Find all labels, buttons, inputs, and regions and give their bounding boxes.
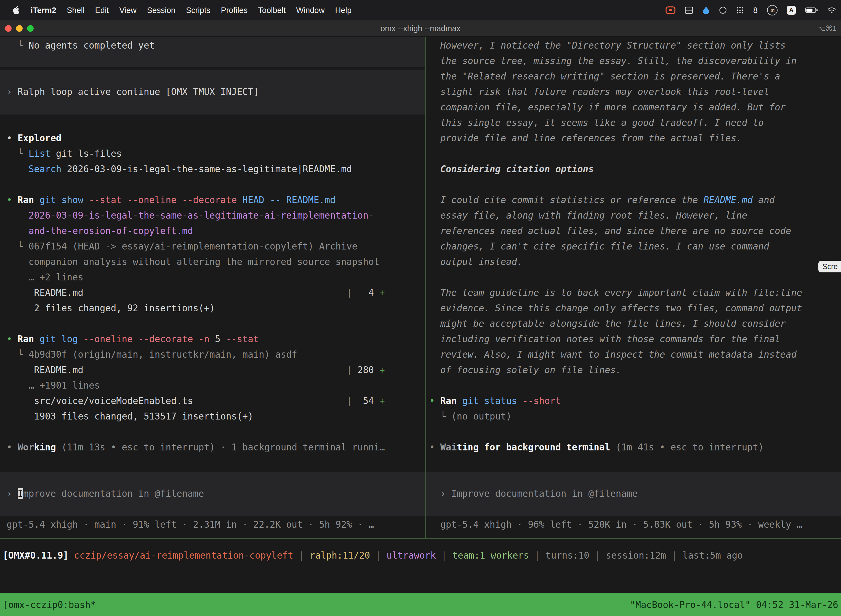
terminal-line: the "Related research writing" section i…	[429, 69, 841, 84]
terminal: └ No agents completed yet› Ralph loop ac…	[0, 37, 841, 616]
text-fragment: session:12m	[606, 550, 666, 561]
close-button[interactable]	[5, 25, 12, 32]
terminal-line: README.md | 280 +	[7, 362, 425, 378]
text-fragment: └	[7, 148, 28, 159]
droplet-icon[interactable]	[702, 6, 710, 14]
screen-share-tooltip[interactable]: Scre	[818, 261, 841, 273]
text-fragment: HEAD -- README.md	[237, 195, 336, 205]
input-source-icon[interactable]: A	[787, 6, 796, 15]
text-fragment: mprove documentation in @filename	[23, 488, 204, 499]
tmux-pane-right[interactable]: However, I noticed the "Directory Struct…	[426, 37, 841, 538]
text-fragment: provide file and line references from th…	[429, 133, 742, 144]
tmux-pane-left[interactable]: └ No agents completed yet› Ralph loop ac…	[0, 37, 425, 538]
gauge-icon[interactable]: .61	[767, 5, 778, 15]
menu-item-view[interactable]: View	[114, 6, 142, 15]
text-fragment: 54	[352, 396, 379, 406]
text-fragment: |	[347, 365, 352, 375]
apple-menu[interactable]	[7, 6, 25, 14]
text-fragment: •	[7, 133, 18, 144]
terminal-line: slight risk that future readers may over…	[429, 84, 841, 100]
terminal-line	[7, 424, 425, 440]
terminal-line: └ 4b9d30f (origin/main, instructkr/main,…	[7, 347, 425, 362]
text-fragment: •	[7, 195, 18, 205]
terminal-output-left: └ No agents completed yet› Ralph loop ac…	[0, 37, 425, 532]
menu-item-iterm2[interactable]: iTerm2	[25, 6, 62, 15]
app-icon-8[interactable]: 8	[753, 6, 757, 15]
terminal-line: 2026-03-09-is-legal-the-same-as-legitima…	[7, 208, 425, 223]
text-fragment: Wor	[18, 442, 34, 453]
wifi-icon[interactable]	[827, 7, 836, 13]
terminal-output-right: However, I noticed the "Directory Struct…	[426, 37, 841, 532]
terminal-line	[7, 53, 425, 69]
window-shortcut: ⌥⌘1	[817, 24, 837, 33]
pane-bottom-border	[0, 538, 841, 539]
text-fragment: the source tree, missing the essay. Stil…	[429, 56, 797, 66]
screen-recording-indicator-icon[interactable]	[665, 6, 675, 14]
text-fragment: companion analysis without altering the …	[7, 257, 379, 267]
menu-item-toolbelt[interactable]: Toolbelt	[253, 6, 291, 15]
text-fragment: the "Related research writing" section i…	[429, 71, 780, 82]
text-fragment: [OMX#0.11.9]	[3, 550, 74, 561]
text-fragment: evidence. Since this change only affects…	[429, 303, 802, 314]
text-fragment: references need actual files, and since …	[429, 226, 791, 236]
terminal-line: references need actual files, and since …	[429, 223, 841, 239]
terminal-line	[429, 502, 841, 517]
terminal-line	[429, 146, 841, 161]
menu-item-profiles[interactable]: Profiles	[216, 6, 253, 15]
text-fragment: 2 files changed, 92 insertions(+)	[7, 303, 215, 314]
terminal-line: gpt-5.4 xhigh · 96% left · 520K in · 5.8…	[429, 517, 841, 532]
terminal-line: └ List git ls-files	[7, 146, 425, 161]
text-fragment: Ran	[18, 195, 34, 205]
terminal-line: gpt-5.4 xhigh · main · 91% left · 2.31M …	[7, 517, 425, 532]
text-fragment: |	[370, 550, 387, 561]
terminal-line: changes, I can't cite specific file line…	[429, 239, 841, 254]
terminal-line: companion analysis without altering the …	[7, 254, 425, 270]
terminal-line: › Improve documentation in @filename	[429, 486, 841, 502]
minimize-button[interactable]	[16, 25, 23, 32]
grid-icon[interactable]	[685, 7, 693, 14]
text-fragment: git log	[34, 334, 84, 345]
text-fragment: --stat	[226, 334, 259, 345]
menu-item-shell[interactable]: Shell	[62, 6, 90, 15]
menu-item-help[interactable]: Help	[330, 6, 357, 15]
text-fragment: No agents completed yet	[28, 40, 154, 51]
text-fragment: I could cite commit statistics or refere…	[429, 195, 703, 205]
text-fragment: Ralph loop active continue [OMX_TMUX_INJ…	[18, 87, 259, 97]
zoom-button[interactable]	[27, 25, 34, 32]
text-fragment: --stat --oneline --decorate	[89, 195, 237, 205]
terminal-line: • Ran git show --stat --oneline --decora…	[7, 192, 425, 208]
terminal-line: Considering citation options	[429, 161, 841, 177]
menu-item-window[interactable]: Window	[291, 6, 330, 15]
text-fragment: git status	[457, 396, 522, 406]
terminal-line: • Ran git log --oneline --decorate -n 5 …	[7, 331, 425, 347]
terminal-line: … +1901 lines	[7, 378, 425, 393]
text-fragment: README.md	[7, 287, 347, 298]
text-fragment: |	[529, 550, 545, 561]
terminal-line: › Improve documentation in @filename	[7, 486, 425, 502]
text-fragment: gpt-5.4 xhigh · main · 91% left · 2.31M …	[7, 519, 374, 530]
menu-bar: iTerm2 Shell Edit View Session Scripts P…	[0, 0, 841, 21]
text-fragment: •	[7, 442, 18, 453]
terminal-line	[429, 378, 841, 393]
text-fragment: •	[429, 396, 440, 406]
battery-icon[interactable]	[805, 7, 818, 13]
text-fragment: +	[379, 287, 385, 298]
menu-item-scripts[interactable]: Scripts	[181, 6, 216, 15]
dots-grid-icon[interactable]	[736, 6, 744, 14]
menu-item-session[interactable]: Session	[142, 6, 181, 15]
terminal-line: 1903 files changed, 513517 insertions(+)	[7, 409, 425, 424]
text-fragment: --oneline --decorate -n	[84, 334, 210, 345]
terminal-line: output instead.	[429, 254, 841, 270]
terminal-line: └ 067f154 (HEAD -> essay/ai-reimplementa…	[7, 239, 425, 254]
text-fragment: last:5m ago	[683, 550, 743, 561]
terminal-line: essay file, along with finding root file…	[429, 208, 841, 223]
text-fragment: team:1 workers	[452, 550, 529, 561]
text-fragment: README.md	[703, 195, 753, 205]
text-fragment: |	[347, 287, 352, 298]
apple-logo-icon	[13, 6, 20, 14]
menu-item-edit[interactable]: Edit	[90, 6, 114, 15]
dark-circle-icon[interactable]	[719, 6, 727, 14]
text-fragment: 4	[352, 287, 379, 298]
text-fragment: List	[28, 148, 50, 159]
window-title-bar[interactable]: omx --xhigh --madmax ⌥⌘1	[0, 21, 841, 37]
